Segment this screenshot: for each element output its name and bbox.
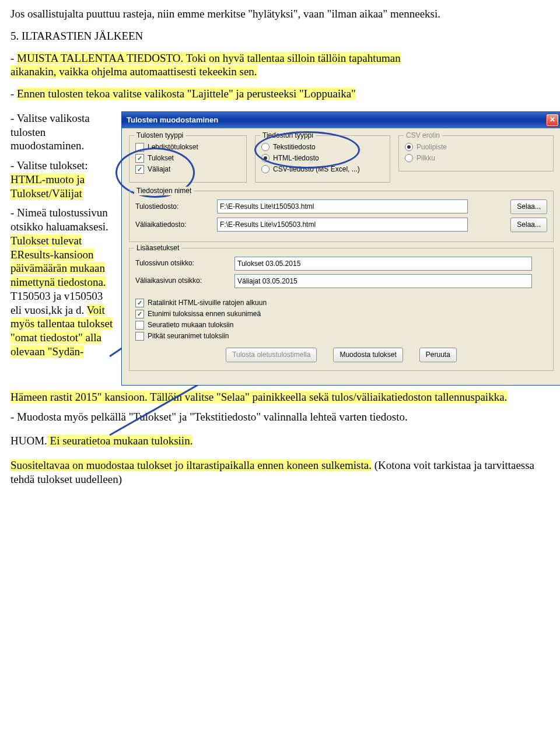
fs-tulosten-tyyppi: Tulosten tyyppi Lehdistötulokset Tulokse…	[129, 135, 247, 183]
input-tulossivu-otsikko[interactable]	[235, 257, 532, 271]
radio-tekstitiedosto[interactable]: Tekstitiedosto	[261, 143, 384, 152]
button-selaa-tulos[interactable]: Selaa...	[510, 199, 547, 214]
legend-csv: CSV erotin	[404, 131, 442, 140]
muista-post1: Toki on hyvä tallentaa silloin tällöin t…	[183, 52, 400, 64]
muista-pre: -	[10, 52, 17, 64]
chk-seuratieto[interactable]: Seuratieto mukaan tuloksiin	[135, 321, 547, 330]
chk-tulokset[interactable]: Tulokset	[135, 154, 240, 163]
checkbox-icon	[135, 165, 144, 174]
suos-hl: Suositeltavaa on muodostaa tulokset jo i…	[10, 459, 372, 471]
radio-icon	[261, 143, 270, 151]
fs-tiedoston-tyyppi: Tiedoston tyyppi Tekstitiedosto HTML-tie…	[255, 135, 390, 183]
huom-hl: Ei seuratietoa mukaan tuloksiin.	[47, 435, 193, 447]
suos-line: Suositeltavaa on muodostaa tulokset jo i…	[10, 458, 550, 486]
radio-icon	[405, 154, 413, 162]
button-selaa-vali[interactable]: Selaa...	[510, 218, 547, 232]
legend-td: Tiedoston tyyppi	[260, 131, 316, 140]
label-valiaikatiedosto: Väliaikatiedosto:	[135, 220, 217, 229]
chk-etunimi[interactable]: Etunimi tuloksissa ennen sukunimeä	[135, 310, 547, 318]
checkbox-icon	[135, 299, 144, 307]
intro-paragraph: Jos osallistujalta puuttuu rasteja, niin…	[10, 7, 550, 21]
radio-icon	[405, 143, 413, 151]
note-valitse-tulokset: - Valitse tulokset: HTML-muoto ja Tuloks…	[10, 159, 114, 200]
fs-tiedostojen-nimet: Tiedostojen nimet Tulostiedosto: Selaa..…	[129, 191, 554, 242]
checkbox-icon	[135, 310, 144, 318]
label-tulostiedosto: Tulostiedosto:	[135, 202, 217, 211]
after-cont: Hämeen rastit 2015" kansioon. Tällöin va…	[10, 390, 550, 404]
legend-tt: Tulosten tyyppi	[134, 131, 186, 140]
muista-hl: MUISTA TALLENTAA TIEDOSTO.	[17, 52, 183, 64]
chk-valiajat[interactable]: Väliajat	[135, 165, 240, 174]
button-peruuta[interactable]: Peruuta	[419, 348, 457, 362]
after-line2: - Muodosta myös pelkällä "Tulokset" ja "…	[10, 410, 550, 424]
after-cont-hl: Hämeen rastit 2015" kansioon. Tällöin va…	[10, 391, 507, 403]
huom-pre: HUOM.	[10, 435, 47, 447]
legend-lisa: Lisäasetukset	[134, 244, 181, 253]
radio-icon	[261, 154, 270, 162]
close-icon[interactable]: ✕	[546, 114, 559, 127]
label-tulossivu-otsikko: Tulossivun otsikko:	[135, 259, 235, 268]
dialog-titlebar[interactable]: Tulosten muodostaminen ✕	[122, 112, 560, 128]
chk-lehdisto[interactable]: Lehdistötulokset	[135, 143, 240, 152]
chk-pitkat[interactable]: Pitkät seuranimet tuloksiin	[135, 332, 547, 341]
checkbox-icon	[135, 143, 144, 152]
chk-ratalinkit[interactable]: Ratalinkit HTML-sivuille ratojen alkuun	[135, 299, 547, 307]
radio-icon	[261, 165, 270, 173]
input-valiaika-otsikko[interactable]	[235, 274, 532, 288]
note-html-hl: HTML-muoto ja Tulokset/Välijat	[10, 173, 85, 199]
button-muodosta[interactable]: Muodosta tulokset	[333, 348, 402, 362]
radio-html[interactable]: HTML-tiedosto	[261, 154, 384, 163]
note-nimea: - Nimeä tulostussivun otsikko haluamakse…	[10, 206, 114, 358]
fs-csv-erotin: CSV erotin Puolipiste Pilkku	[398, 135, 554, 171]
dialog-window: Tulosten muodostaminen ✕ Tulosten tyyppi…	[121, 111, 560, 386]
button-tulosta-oletus: Tulosta oletustulostimella	[226, 348, 317, 362]
checkbox-icon	[135, 154, 144, 163]
label-valiaika-otsikko: Väliaikasivun otsikko:	[135, 276, 235, 285]
input-valiaikatiedosto[interactable]	[217, 218, 468, 232]
section-heading: 5. ILTARASTIEN JÄLKEEN	[10, 29, 550, 43]
ennen-line: - Ennen tulosten tekoa valitse valikosta…	[10, 87, 550, 101]
radio-puolipiste: Puolipiste	[405, 143, 547, 152]
note-valikko: - Valitse valikosta tulosten muodostamin…	[10, 111, 114, 153]
legend-names: Tiedostojen nimet	[134, 187, 194, 195]
muista-line2: aikanakin, vaikka ohjelma automaattisest…	[10, 65, 257, 78]
muista-line: - MUISTA TALLENTAA TIEDOSTO. Toki on hyv…	[10, 51, 550, 79]
ennen-pre: -	[10, 87, 17, 100]
checkbox-icon	[135, 332, 144, 341]
ennen-hl: Ennen tulosten tekoa valitse valikosta "…	[17, 87, 356, 100]
checkbox-icon	[135, 321, 144, 330]
radio-pilkku: Pilkku	[405, 154, 547, 163]
radio-csv[interactable]: CSV-tiedosto (MS Excel, ...)	[261, 165, 384, 174]
dialog-title: Tulosten muodostaminen	[127, 115, 218, 125]
input-tulostiedosto[interactable]	[217, 199, 468, 213]
fs-lisaasetukset: Lisäasetukset Tulossivun otsikko: Väliai…	[129, 248, 554, 371]
huom-line: HUOM. Ei seuratietoa mukaan tuloksiin.	[10, 434, 550, 448]
note-eresults-hl: Tulokset tulevat EResults-kansioon päivä…	[10, 234, 106, 288]
